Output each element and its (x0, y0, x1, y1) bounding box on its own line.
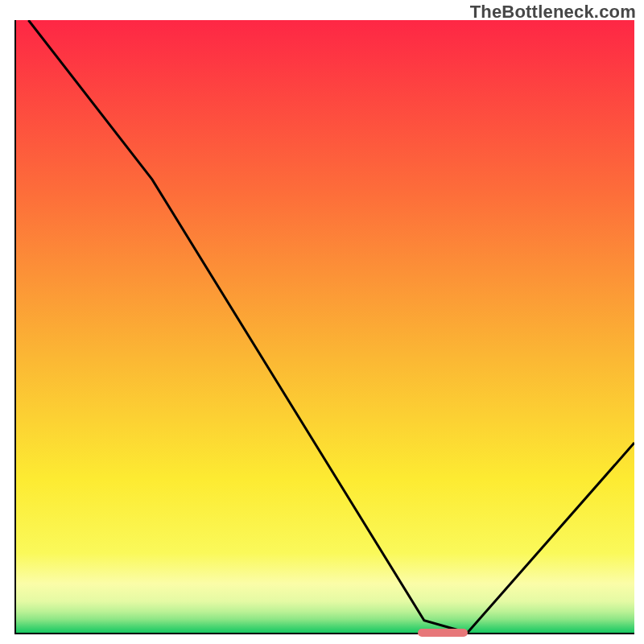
optimal-range-marker (418, 629, 467, 637)
chart-container: TheBottleneck.com (0, 0, 644, 644)
bottleneck-curve (16, 20, 634, 633)
plot-area (14, 20, 634, 634)
